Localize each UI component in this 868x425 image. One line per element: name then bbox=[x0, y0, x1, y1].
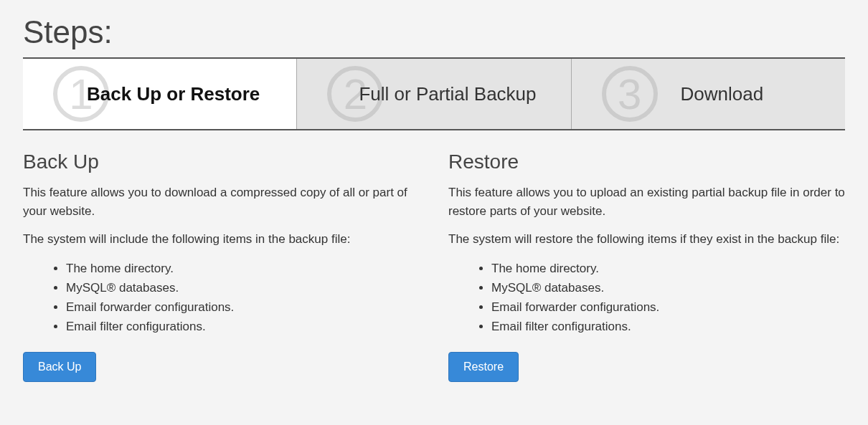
restore-intro: The system will restore the following it… bbox=[448, 230, 845, 249]
step-number-3-icon: 3 bbox=[602, 66, 658, 122]
restore-description: This feature allows you to upload an exi… bbox=[448, 183, 845, 220]
tab-full-or-partial-backup[interactable]: 2 Full or Partial Backup bbox=[297, 59, 571, 129]
list-item: The home directory. bbox=[66, 259, 420, 278]
page-title: Steps: bbox=[23, 0, 845, 59]
backup-column: Back Up This feature allows you to downl… bbox=[23, 151, 420, 382]
restore-button[interactable]: Restore bbox=[448, 352, 519, 382]
list-item: Email filter configurations. bbox=[66, 317, 420, 336]
list-item: MySQL® databases. bbox=[491, 278, 845, 297]
list-item: The home directory. bbox=[491, 259, 845, 278]
tab-label: Back Up or Restore bbox=[60, 83, 260, 105]
backup-intro: The system will include the following it… bbox=[23, 230, 420, 249]
tab-backup-or-restore[interactable]: 1 Back Up or Restore bbox=[23, 59, 297, 129]
tab-label: Download bbox=[654, 83, 764, 105]
restore-item-list: The home directory. MySQL® databases. Em… bbox=[448, 259, 845, 337]
list-item: Email forwarder configurations. bbox=[66, 297, 420, 317]
list-item: Email forwarder configurations. bbox=[491, 297, 845, 317]
tab-download[interactable]: 3 Download bbox=[572, 59, 845, 129]
backup-description: This feature allows you to download a co… bbox=[23, 183, 420, 220]
restore-title: Restore bbox=[448, 151, 845, 173]
backup-item-list: The home directory. MySQL® databases. Em… bbox=[23, 259, 420, 337]
backup-button[interactable]: Back Up bbox=[23, 352, 96, 382]
backup-title: Back Up bbox=[23, 151, 420, 173]
tab-label: Full or Partial Backup bbox=[331, 83, 536, 105]
restore-column: Restore This feature allows you to uploa… bbox=[448, 151, 845, 382]
list-item: MySQL® databases. bbox=[66, 278, 420, 297]
list-item: Email filter configurations. bbox=[491, 317, 845, 336]
steps-tabs: 1 Back Up or Restore 2 Full or Partial B… bbox=[23, 59, 845, 130]
content-columns: Back Up This feature allows you to downl… bbox=[23, 151, 845, 382]
